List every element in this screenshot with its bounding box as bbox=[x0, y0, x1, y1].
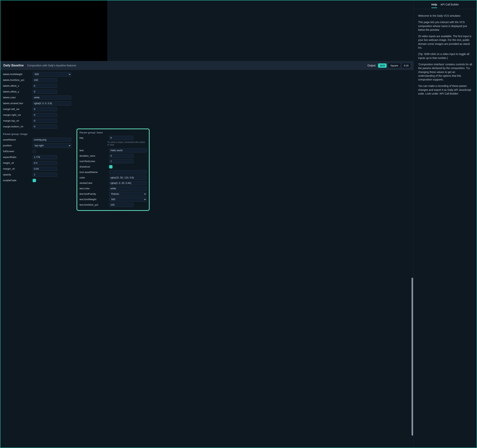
input-toast-text-fontsize-pct[interactable] bbox=[109, 203, 133, 207]
output-label: Output: bbox=[368, 64, 376, 67]
input-toast-numtextlines[interactable] bbox=[109, 159, 133, 163]
params-column-left: labels.fontWeight 600 labels.fontSize_pc… bbox=[3, 72, 76, 183]
tab-help[interactable]: Help bbox=[431, 1, 437, 8]
input-opacity[interactable] bbox=[33, 173, 57, 177]
input-assetname[interactable] bbox=[33, 138, 71, 142]
title-bar: Daily Baseline Composition with Daily's … bbox=[0, 61, 413, 70]
input-toast-duration[interactable] bbox=[109, 154, 133, 158]
input-fullscreen[interactable] bbox=[33, 150, 36, 153]
label-toast-text-fontweight: text.fontWeight bbox=[79, 198, 107, 201]
help-paragraph: You can make a recording of these param … bbox=[418, 84, 472, 96]
input-labels-fontsize-pct[interactable] bbox=[33, 78, 57, 82]
label-toast-text: text bbox=[79, 149, 107, 152]
label-toast-duration: duration_secs bbox=[79, 154, 107, 157]
input-toast-icon-assetname[interactable] bbox=[109, 170, 147, 174]
preview-canvas[interactable] bbox=[0, 0, 107, 61]
label-height-vh: height_vh bbox=[3, 162, 31, 164]
input-enablefade[interactable] bbox=[33, 179, 36, 182]
help-paragraph: 'Composition interface' contains control… bbox=[418, 62, 472, 81]
input-toast-text[interactable] bbox=[109, 148, 147, 152]
label-toast-text-fontsize-pct: text.fontSize_pct bbox=[79, 203, 107, 206]
label-labels-offset-y: labels.offset_y bbox=[3, 90, 31, 93]
input-height-vh[interactable] bbox=[33, 161, 57, 165]
help-paragraph: Welcome to the Daily VCS simulator. bbox=[418, 14, 472, 18]
input-margin-right-vw[interactable] bbox=[33, 113, 57, 117]
input-margin-left-vw[interactable] bbox=[33, 107, 57, 111]
toast-panel: Param group: toast key To send a toast, … bbox=[77, 128, 150, 211]
input-labels-offset-y[interactable] bbox=[33, 90, 57, 94]
input-aspectratio[interactable] bbox=[33, 155, 57, 159]
group-heading-toast: Param group: toast bbox=[79, 131, 147, 134]
label-aspectratio: aspectRatio bbox=[3, 156, 31, 158]
label-labels-offset-x: labels.offset_x bbox=[3, 85, 31, 87]
ratio-16-9-button[interactable]: 16:9 bbox=[378, 63, 387, 68]
params-scrollbar[interactable] bbox=[411, 71, 413, 447]
input-toast-key[interactable] bbox=[109, 136, 133, 140]
input-toast-text-color[interactable] bbox=[109, 187, 147, 191]
composition-subtitle: Composition with Daily's baseline featur… bbox=[27, 64, 76, 67]
group-heading-image: Param group: image bbox=[3, 133, 76, 135]
help-paragraph: (Tip: Shift+click on a video input to to… bbox=[418, 52, 472, 60]
input-margin-bottom-vh[interactable] bbox=[33, 125, 57, 129]
input-margin-vh[interactable] bbox=[33, 167, 57, 171]
label-toast-key: key bbox=[79, 136, 107, 139]
label-margin-top-vh: margin.top_vh bbox=[3, 119, 31, 122]
label-labels-fontsize-pct: labels.fontSize_pct bbox=[3, 79, 31, 81]
params-area: labels.fontWeight 600 labels.fontSize_pc… bbox=[0, 70, 413, 448]
label-position: position bbox=[3, 144, 31, 147]
label-enablefade: enableFade bbox=[3, 179, 31, 182]
output-ratio-group: Output: 16:9 Square 9:16 bbox=[368, 63, 411, 68]
help-content: Welcome to the Daily VCS simulator. This… bbox=[414, 9, 477, 100]
label-margin-bottom-vh: margin.bottom_vh bbox=[3, 125, 31, 128]
tab-api-call-builder[interactable]: API Call Builder bbox=[441, 1, 459, 8]
ratio-9-16-button[interactable]: 9:16 bbox=[402, 63, 411, 68]
input-labels-offset-x[interactable] bbox=[33, 84, 57, 88]
left-pane: Daily Baseline Composition with Daily's … bbox=[0, 0, 414, 448]
params-scrollbar-thumb[interactable] bbox=[411, 278, 413, 436]
label-margin-left-vw: margin.left_vw bbox=[3, 108, 31, 110]
input-labels-strokecolor[interactable] bbox=[33, 101, 71, 105]
input-toast-color[interactable] bbox=[109, 176, 147, 180]
help-paragraph: This page lets you interact with the VCS… bbox=[418, 20, 472, 32]
label-fullscreen: fullScreen bbox=[3, 150, 31, 153]
input-position[interactable]: top-right bbox=[33, 143, 71, 148]
label-toast-strokecolor: strokeColor bbox=[79, 182, 107, 184]
preview-strip bbox=[0, 0, 413, 61]
input-toast-strokecolor[interactable] bbox=[109, 181, 147, 185]
label-labels-fontweight: labels.fontWeight bbox=[3, 73, 31, 76]
label-labels-strokecolor: labels.strokeColor bbox=[3, 102, 31, 105]
right-tabs: Help API Call Builder bbox=[414, 0, 477, 9]
params-column-right: Param group: toast key To send a toast, … bbox=[76, 72, 149, 211]
right-pane: Help API Call Builder Welcome to the Dai… bbox=[414, 0, 477, 448]
label-opacity: opacity bbox=[3, 173, 31, 176]
help-toast-key: To send a toast, increment the value of … bbox=[107, 141, 147, 146]
input-toast-text-fontweight[interactable]: 500 bbox=[109, 197, 147, 202]
label-labels-color: labels.color bbox=[3, 96, 31, 99]
input-toast-showicon[interactable] bbox=[109, 165, 113, 169]
label-toast-text-color: text.color bbox=[79, 187, 107, 190]
composition-title: Daily Baseline bbox=[3, 64, 24, 67]
label-toast-numtextlines: numTextLines bbox=[79, 160, 107, 163]
input-labels-fontweight[interactable]: 600 bbox=[33, 72, 71, 77]
label-assetname: assetName bbox=[3, 138, 31, 141]
label-toast-color: color bbox=[79, 176, 107, 179]
ratio-square-button[interactable]: Square bbox=[388, 63, 400, 68]
input-labels-color[interactable] bbox=[33, 96, 71, 100]
label-toast-icon-assetname: icon.assetName bbox=[79, 171, 107, 174]
help-paragraph: 20 video inputs are available. The first… bbox=[418, 34, 472, 49]
input-margin-top-vh[interactable] bbox=[33, 119, 57, 123]
app-root: Daily Baseline Composition with Daily's … bbox=[0, 0, 477, 448]
label-toast-showicon: showIcon bbox=[79, 165, 107, 168]
label-margin-vh: margin_vh bbox=[3, 167, 31, 170]
label-toast-text-fontfamily: text.fontFamily bbox=[79, 193, 107, 195]
input-toast-text-fontfamily[interactable]: Roboto bbox=[109, 192, 147, 196]
label-margin-right-vw: margin.right_vw bbox=[3, 114, 31, 116]
params-scroll[interactable]: labels.fontWeight 600 labels.fontSize_pc… bbox=[0, 70, 413, 448]
